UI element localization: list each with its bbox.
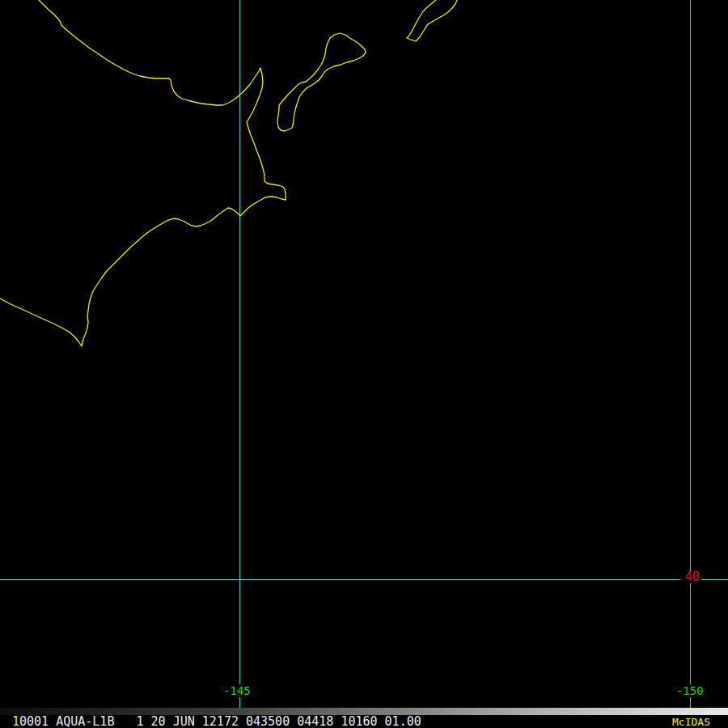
coastline-islet: [407, 0, 457, 41]
longitude-label-145: -145: [222, 684, 252, 697]
status-text: 0001 AQUA-L1B 1 20 JUN 12172 043500 0441…: [19, 714, 421, 728]
coastline-island: [277, 33, 366, 131]
latitude-label-40: 40: [680, 571, 701, 583]
frame-number: 1: [12, 714, 19, 728]
longitude-label-150: -150: [675, 684, 705, 697]
coastline-mainland: [0, 0, 286, 346]
mcidas-image-display[interactable]: -145 -150 40 10001 AQUA-L1B 1 20 JUN 121…: [0, 0, 728, 728]
map-canvas: [0, 0, 728, 728]
status-bar: 10001 AQUA-L1B 1 20 JUN 12172 043500 044…: [0, 715, 728, 728]
mcidas-brand-label: McIDAS: [672, 717, 710, 728]
